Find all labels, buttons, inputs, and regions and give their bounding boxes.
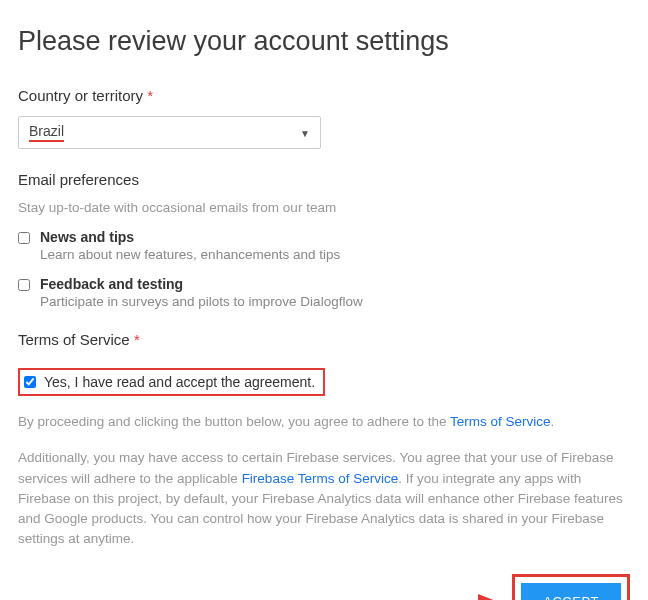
country-label: Country or territory * <box>18 87 630 104</box>
tos-paragraph-2: Additionally, you may have access to cer… <box>18 448 630 549</box>
svg-marker-1 <box>478 594 496 600</box>
firebase-tos-link[interactable]: Firebase Terms of Service <box>242 471 399 486</box>
annotation-arrow-icon <box>308 586 498 600</box>
email-pref-label: Email preferences <box>18 171 630 188</box>
tos-p1-b: . <box>551 414 555 429</box>
pref-title: Feedback and testing <box>40 276 363 292</box>
accept-button[interactable]: ACCEPT <box>521 583 621 601</box>
required-asterisk: * <box>147 87 153 104</box>
pref-news-tips: News and tips Learn about new features, … <box>18 229 630 262</box>
page-title: Please review your account settings <box>18 26 630 57</box>
terms-of-service-link[interactable]: Terms of Service <box>450 414 551 429</box>
pref-title: News and tips <box>40 229 340 245</box>
tos-label: Terms of Service * <box>18 331 630 348</box>
pref-desc: Participate in surveys and pilots to imp… <box>40 294 363 309</box>
tos-accept-label: Yes, I have read and accept the agreemen… <box>44 374 315 390</box>
pref-feedback-testing-checkbox[interactable] <box>18 279 30 291</box>
pref-news-tips-checkbox[interactable] <box>18 232 30 244</box>
country-select-value: Brazil <box>29 123 64 142</box>
country-select[interactable]: Brazil ▼ <box>18 116 321 149</box>
country-label-text: Country or territory <box>18 87 143 104</box>
email-pref-subtext: Stay up-to-date with occasional emails f… <box>18 200 630 215</box>
tos-p1-a: By proceeding and clicking the button be… <box>18 414 450 429</box>
chevron-down-icon: ▼ <box>300 127 310 138</box>
pref-desc: Learn about new features, enhancements a… <box>40 247 340 262</box>
pref-feedback-testing: Feedback and testing Participate in surv… <box>18 276 630 309</box>
tos-accept-row: Yes, I have read and accept the agreemen… <box>18 368 325 396</box>
tos-paragraph-1: By proceeding and clicking the button be… <box>18 412 630 432</box>
tos-accept-checkbox[interactable] <box>24 376 36 388</box>
required-asterisk: * <box>134 331 140 348</box>
tos-label-text: Terms of Service <box>18 331 130 348</box>
accept-button-highlight: ACCEPT <box>512 574 630 601</box>
